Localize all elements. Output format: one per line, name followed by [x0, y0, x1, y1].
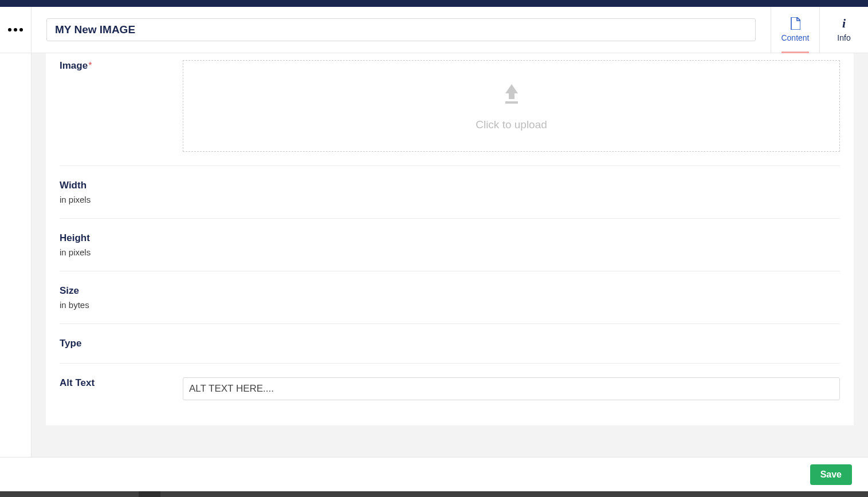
- tab-info[interactable]: i Info: [819, 7, 868, 53]
- actions-menu-button[interactable]: [0, 7, 32, 53]
- field-width: Width in pixels: [60, 166, 840, 219]
- field-alt-text: Alt Text: [60, 364, 840, 414]
- type-value: [183, 338, 840, 349]
- upload-prompt: Click to upload: [476, 119, 547, 131]
- required-marker: *: [88, 61, 92, 70]
- height-label: Height: [60, 232, 160, 244]
- info-icon: i: [842, 17, 846, 30]
- page-footer: Save: [0, 457, 868, 491]
- width-hint: in pixels: [60, 195, 160, 204]
- height-hint: in pixels: [60, 247, 160, 257]
- width-value: [183, 180, 840, 204]
- svg-rect-0: [505, 101, 518, 104]
- field-image: Image* Click to upload: [60, 53, 840, 166]
- alt-text-input[interactable]: [183, 377, 840, 400]
- ellipsis-icon: [8, 28, 23, 31]
- size-label: Size: [60, 285, 160, 297]
- left-gutter: [0, 53, 32, 457]
- main-area: Image* Click to upload: [0, 53, 868, 457]
- field-height: Height in pixels: [60, 219, 840, 271]
- page-header: Content i Info: [0, 7, 868, 53]
- upload-icon: [498, 81, 525, 109]
- width-label: Width: [60, 180, 160, 191]
- tab-content-label: Content: [781, 33, 809, 42]
- image-uploader[interactable]: Click to upload: [183, 60, 840, 152]
- size-hint: in bytes: [60, 300, 160, 310]
- os-taskbar: [0, 491, 868, 497]
- content-card: Image* Click to upload: [46, 53, 854, 425]
- size-value: [183, 285, 840, 310]
- alt-text-label: Alt Text: [60, 377, 160, 389]
- document-title-input[interactable]: [46, 18, 756, 41]
- tab-content[interactable]: Content: [771, 7, 819, 53]
- type-label: Type: [60, 338, 160, 349]
- field-size: Size in bytes: [60, 271, 840, 324]
- header-tabs: Content i Info: [771, 7, 868, 53]
- document-icon: [790, 17, 800, 30]
- label-text: Image: [60, 60, 88, 71]
- field-image-label: Image*: [60, 60, 160, 152]
- app-topbar: [0, 0, 868, 7]
- title-container: [32, 7, 771, 53]
- tab-info-label: Info: [837, 33, 850, 42]
- save-button[interactable]: Save: [810, 464, 852, 485]
- content-scroll[interactable]: Image* Click to upload: [32, 53, 868, 457]
- height-value: [183, 232, 840, 257]
- field-type: Type: [60, 324, 840, 364]
